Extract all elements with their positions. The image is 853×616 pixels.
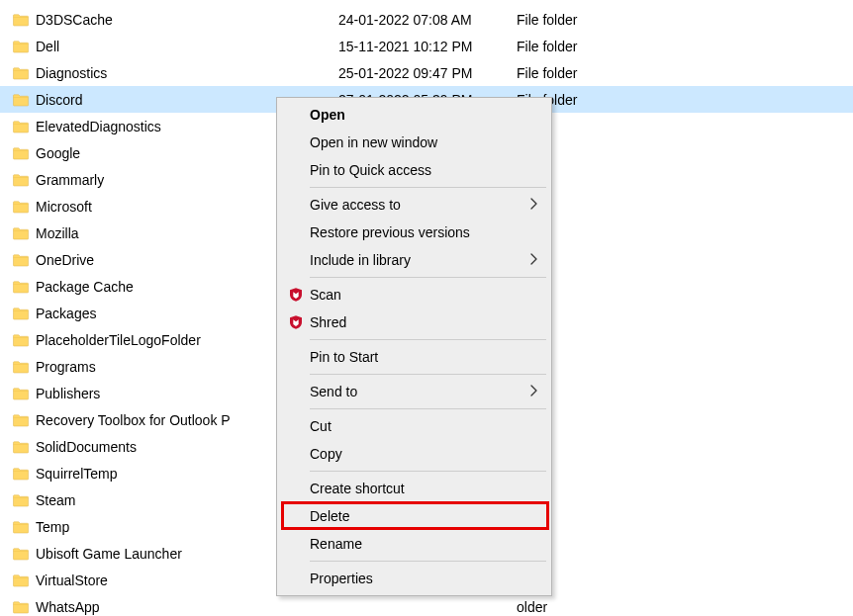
chevron-right-icon — [528, 198, 538, 210]
folder-icon-cell — [0, 518, 36, 536]
ctx-separator — [310, 374, 546, 375]
ctx-item-give-access-to[interactable]: Give access to — [280, 191, 548, 219]
folder-icon-cell — [0, 171, 36, 189]
folder-icon — [12, 278, 30, 296]
file-name: WhatsApp — [36, 599, 338, 615]
file-type: File folder — [517, 92, 853, 108]
ctx-item-include-in-library[interactable]: Include in library — [280, 246, 548, 274]
ctx-item-label: Delete — [308, 508, 528, 524]
folder-icon — [12, 385, 30, 402]
file-type: older — [517, 439, 853, 455]
folder-icon — [12, 144, 30, 162]
file-type: File folder — [517, 65, 853, 81]
ctx-item-label: Include in library — [308, 252, 528, 268]
folder-icon — [12, 224, 30, 242]
folder-icon — [12, 38, 30, 55]
folder-icon-cell — [0, 465, 36, 483]
file-type: older — [517, 386, 853, 401]
ctx-item-restore-previous-versions[interactable]: Restore previous versions — [280, 219, 548, 246]
mcafee-shield-icon — [288, 314, 304, 330]
file-type: older — [517, 546, 853, 562]
file-row[interactable]: WhatsAppolder — [0, 593, 853, 616]
ctx-item-pin-to-start[interactable]: Pin to Start — [280, 343, 548, 371]
folder-icon-cell — [0, 491, 36, 509]
mcafee-shield-icon — [288, 287, 304, 303]
folder-icon-cell — [0, 118, 36, 135]
ctx-item-label: Cut — [308, 418, 528, 434]
file-date: 15-11-2021 10:12 PM — [338, 39, 517, 54]
file-type: older — [517, 359, 853, 375]
folder-icon-cell — [0, 64, 36, 82]
submenu-arrow-icon — [528, 384, 544, 399]
folder-icon-cell — [0, 144, 36, 162]
file-type: older — [517, 145, 853, 161]
ctx-item-open-in-new-window[interactable]: Open in new window — [280, 129, 548, 156]
ctx-item-label: Rename — [308, 536, 528, 552]
file-type: File folder — [517, 39, 853, 54]
submenu-arrow-icon — [528, 197, 544, 213]
file-row[interactable]: D3DSCache24-01-2022 07:08 AMFile folder — [0, 6, 853, 33]
file-type: older — [517, 466, 853, 482]
ctx-item-label: Properties — [308, 571, 528, 586]
ctx-item-shred[interactable]: Shred — [280, 308, 548, 336]
folder-icon-cell — [0, 251, 36, 269]
ctx-item-open[interactable]: Open — [280, 101, 548, 129]
folder-icon — [12, 545, 30, 563]
file-type: older — [517, 172, 853, 188]
folder-icon — [12, 465, 30, 483]
ctx-separator — [310, 561, 546, 562]
ctx-item-label: Pin to Start — [308, 349, 528, 365]
folder-icon-cell — [0, 411, 36, 429]
file-date: 24-01-2022 07:08 AM — [338, 12, 517, 28]
folder-icon — [12, 198, 30, 216]
ctx-item-label: Send to — [308, 384, 528, 399]
mcafee-icon — [284, 314, 308, 330]
folder-icon-cell — [0, 38, 36, 55]
folder-icon — [12, 251, 30, 269]
ctx-item-rename[interactable]: Rename — [280, 530, 548, 558]
ctx-item-label: Create shortcut — [308, 481, 528, 496]
file-type: older — [517, 412, 853, 428]
file-type: older — [517, 572, 853, 588]
mcafee-icon — [284, 287, 308, 303]
folder-icon — [12, 518, 30, 536]
folder-icon-cell — [0, 545, 36, 563]
chevron-right-icon — [528, 385, 538, 396]
ctx-separator — [310, 339, 546, 340]
folder-icon — [12, 331, 30, 349]
folder-icon — [12, 118, 30, 135]
folder-icon — [12, 411, 30, 429]
ctx-separator — [310, 471, 546, 472]
ctx-item-label: Give access to — [308, 197, 528, 213]
folder-icon-cell — [0, 385, 36, 402]
ctx-item-properties[interactable]: Properties — [280, 565, 548, 592]
folder-icon — [12, 438, 30, 456]
file-type: older — [517, 119, 853, 134]
context-menu: OpenOpen in new windowPin to Quick acces… — [276, 97, 552, 596]
file-row[interactable]: Dell15-11-2021 10:12 PMFile folder — [0, 33, 853, 59]
ctx-item-label: Restore previous versions — [308, 224, 528, 240]
folder-icon-cell — [0, 358, 36, 376]
file-type: older — [517, 306, 853, 321]
ctx-item-scan[interactable]: Scan — [280, 281, 548, 308]
file-type: older — [517, 599, 853, 615]
file-type: older — [517, 332, 853, 348]
ctx-item-pin-to-quick-access[interactable]: Pin to Quick access — [280, 156, 548, 184]
file-row[interactable]: Diagnostics25-01-2022 09:47 PMFile folde… — [0, 59, 853, 86]
folder-icon — [12, 358, 30, 376]
ctx-item-cut[interactable]: Cut — [280, 412, 548, 440]
folder-icon-cell — [0, 224, 36, 242]
folder-icon — [12, 11, 30, 29]
file-type: older — [517, 492, 853, 508]
folder-icon — [12, 572, 30, 589]
ctx-item-create-shortcut[interactable]: Create shortcut — [280, 475, 548, 502]
file-type: older — [517, 519, 853, 535]
folder-icon-cell — [0, 198, 36, 216]
file-name: D3DSCache — [36, 12, 338, 28]
chevron-right-icon — [528, 253, 538, 265]
file-type: older — [517, 252, 853, 268]
ctx-item-send-to[interactable]: Send to — [280, 378, 548, 405]
ctx-item-copy[interactable]: Copy — [280, 440, 548, 468]
ctx-item-delete[interactable]: Delete — [280, 502, 548, 530]
folder-icon — [12, 305, 30, 322]
